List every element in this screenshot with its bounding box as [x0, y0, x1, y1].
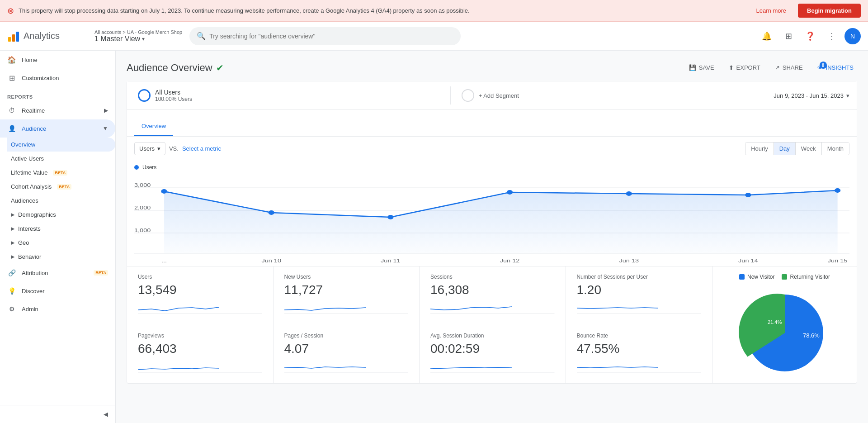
- insights-button[interactable]: 👁 8 INSIGHTS: [814, 62, 857, 74]
- page-title-text: Audience Overview: [127, 62, 212, 74]
- legend-label-users: Users: [142, 164, 156, 171]
- apps-button[interactable]: ⊞: [779, 27, 797, 45]
- share-label: SHARE: [783, 64, 803, 71]
- cohort-analysis-label: Cohort Analysis: [11, 183, 52, 190]
- svg-text:Jun 10: Jun 10: [261, 258, 281, 264]
- sidebar-item-cohort-analysis[interactable]: Cohort Analysis BETA: [7, 180, 115, 194]
- export-button[interactable]: ⬆ EXPORT: [725, 62, 764, 74]
- chart-tabs: Overview: [127, 117, 857, 137]
- pie-legend-dot-returning: [782, 274, 787, 280]
- save-icon: 💾: [689, 64, 696, 71]
- metric-sessions-per-user-value: 1.20: [577, 283, 702, 297]
- pie-legend-new: New Visitor: [739, 274, 774, 280]
- demographics-label: Demographics: [18, 211, 56, 218]
- notifications-button[interactable]: 🔔: [758, 27, 776, 45]
- save-button[interactable]: 💾 SAVE: [685, 62, 718, 74]
- search-input[interactable]: [209, 33, 453, 40]
- sidebar-item-customization[interactable]: ⊞ Customization: [0, 69, 115, 87]
- segment-name: All Users: [155, 89, 192, 96]
- metrics-grid: Users 13,549 New Users 11,727: [127, 266, 857, 383]
- verified-icon: ✔: [216, 62, 224, 73]
- time-btn-hourly[interactable]: Hourly: [745, 143, 774, 155]
- time-btn-month[interactable]: Month: [822, 143, 849, 155]
- vs-label: VS.: [169, 145, 179, 152]
- sidebar-collapse-button[interactable]: ◀: [0, 405, 115, 423]
- sidebar-item-interests[interactable]: ▶ Interests: [7, 222, 115, 236]
- pie-legend-returning: Returning Visitor: [782, 274, 830, 280]
- metric-sessions-label: Sessions: [430, 274, 555, 280]
- time-btn-week[interactable]: Week: [796, 143, 822, 155]
- svg-point-14: [626, 191, 632, 196]
- page-title: Audience Overview ✔: [127, 62, 224, 74]
- banner-message: This property will stop processing data …: [19, 7, 752, 14]
- select-metric-link[interactable]: Select a metric: [182, 145, 221, 152]
- sidebar-item-demographics[interactable]: ▶ Demographics: [7, 208, 115, 222]
- search-bar[interactable]: 🔍: [189, 27, 461, 45]
- sessions-sparkline: [430, 301, 555, 315]
- line-chart: 3,000 2,000 1,000 ...: [134, 174, 849, 265]
- metric-dropdown[interactable]: Users ▾: [134, 142, 165, 155]
- sidebar-item-home[interactable]: 🏠 Home: [0, 51, 115, 69]
- sidebar-item-overview[interactable]: Overview: [7, 138, 115, 152]
- chevron-down-icon: ▾: [142, 36, 145, 42]
- sidebar-item-active-users[interactable]: Active Users: [7, 152, 115, 166]
- svg-point-16: [835, 188, 840, 193]
- svg-text:Jun 14: Jun 14: [738, 258, 758, 264]
- share-button[interactable]: ↗ SHARE: [771, 62, 807, 74]
- metric-users-label: Users: [138, 274, 262, 280]
- metric-sessions: Sessions 16,308: [420, 266, 566, 325]
- svg-text:Jun 15: Jun 15: [828, 258, 848, 264]
- sidebar-item-behavior[interactable]: ▶ Behavior: [7, 250, 115, 264]
- metric-pageviews-label: Pageviews: [138, 333, 262, 339]
- pie-chart-section: New Visitor Returning Visitor: [712, 266, 857, 383]
- interests-label: Interests: [18, 225, 41, 232]
- migration-banner: ⊗ This property will stop processing dat…: [0, 0, 868, 22]
- sidebar-item-audience[interactable]: 👤 Audience ▼: [0, 119, 115, 138]
- svg-rect-0: [8, 37, 11, 42]
- add-segment-area[interactable]: + Add Segment: [451, 86, 774, 105]
- metric-new-users: New Users 11,727: [274, 266, 420, 325]
- svg-text:Jun 11: Jun 11: [381, 258, 401, 264]
- audiences-label: Audiences: [11, 197, 38, 204]
- sidebar: 🏠 Home ⊞ Customization REPORTS ⏱ Realtim…: [0, 51, 116, 423]
- sidebar-item-realtime[interactable]: ⏱ Realtime ▶: [0, 101, 115, 119]
- add-segment-label: + Add Segment: [479, 92, 519, 99]
- expand-icon: ▶: [104, 107, 108, 114]
- lifetime-value-label: Lifetime Value: [11, 169, 47, 176]
- learn-more-link[interactable]: Learn more: [756, 7, 786, 14]
- chevron-right-icon: ▶: [11, 254, 14, 260]
- sidebar-item-attribution[interactable]: 🔗 Attribution BETA: [0, 264, 115, 282]
- overview-label: Overview: [11, 141, 35, 148]
- sidebar-item-geo[interactable]: ▶ Geo: [7, 236, 115, 250]
- logo-area: Analytics: [7, 30, 80, 43]
- warning-icon: ⊗: [7, 6, 14, 16]
- search-icon: 🔍: [197, 32, 206, 40]
- property-selector[interactable]: 1 Master View ▾: [94, 35, 182, 43]
- sidebar-item-admin[interactable]: ⚙ Admin: [0, 300, 115, 318]
- time-btn-day[interactable]: Day: [774, 143, 796, 155]
- page-header: Audience Overview ✔ 💾 SAVE ⬆ EXPORT ↗ SH…: [127, 62, 857, 74]
- insights-count: 8: [820, 62, 827, 69]
- tab-overview[interactable]: Overview: [134, 117, 173, 136]
- metric-select-area: Users ▾ VS. Select a metric: [134, 142, 221, 155]
- svg-text:...: ...: [161, 258, 167, 264]
- sidebar-item-audiences[interactable]: Audiences: [7, 194, 115, 208]
- collapse-icon: ◀: [104, 411, 108, 418]
- sidebar-item-discover[interactable]: 💡 Discover: [0, 282, 115, 300]
- avatar[interactable]: N: [844, 28, 861, 44]
- more-button[interactable]: ⋮: [823, 27, 841, 45]
- active-users-label: Active Users: [11, 155, 44, 162]
- pages-per-session-sparkline: [284, 360, 409, 374]
- beta-badge: BETA: [57, 184, 71, 190]
- begin-migration-button[interactable]: Begin migration: [798, 4, 861, 18]
- chevron-right-icon: ▶: [11, 240, 14, 246]
- chart-svg-area: 3,000 2,000 1,000 ...: [127, 171, 857, 266]
- help-button[interactable]: ❓: [801, 27, 819, 45]
- metric-pageviews-value: 66,403: [138, 342, 262, 356]
- legend-dot-users: [134, 165, 139, 170]
- svg-point-13: [507, 190, 513, 195]
- date-dropdown-icon: ▾: [846, 92, 849, 99]
- sidebar-item-lifetime-value[interactable]: Lifetime Value BETA: [7, 166, 115, 180]
- date-range-selector[interactable]: Jun 9, 2023 - Jun 15, 2023 ▾: [774, 92, 857, 99]
- breadcrumb-top: All accounts > UA - Google Merch Shop: [94, 29, 182, 35]
